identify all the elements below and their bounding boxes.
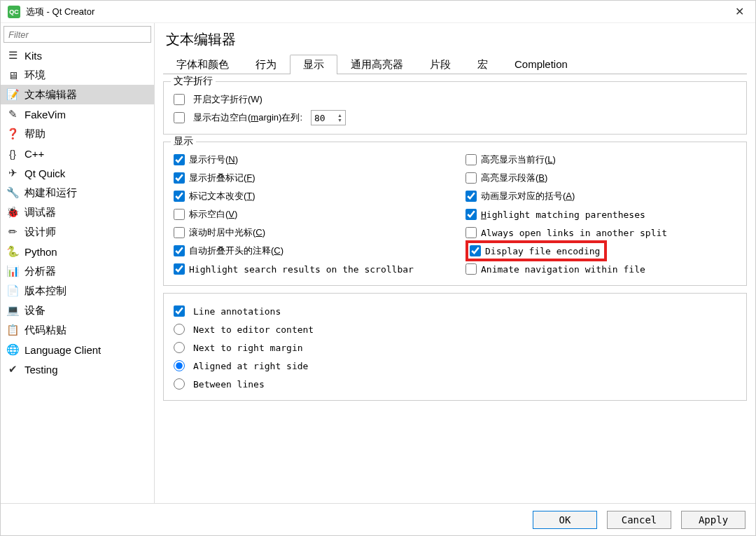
- margin-col-spinbox[interactable]: 80 ▲▼: [311, 110, 346, 125]
- filter-input[interactable]: [4, 26, 151, 43]
- display-checkbox[interactable]: [174, 172, 185, 184]
- options-window: QC 选项 - Qt Creator ✕ ☰Kits🖥环境📝文本编辑器✎Fake…: [0, 0, 756, 536]
- sidebar-item-label: 版本控制: [24, 284, 66, 298]
- sidebar-item-kits[interactable]: ☰Kits: [1, 46, 154, 65]
- display-checkbox[interactable]: [174, 191, 185, 202]
- show-margin-checkbox[interactable]: [174, 112, 185, 123]
- display-checkbox[interactable]: [465, 191, 477, 202]
- design-icon: ✏: [6, 226, 19, 238]
- sidebar-item-python[interactable]: 🐍Python: [1, 242, 154, 261]
- titlebar: QC 选项 - Qt Creator ✕: [1, 1, 755, 23]
- sidebar-item-debug[interactable]: 🐞调试器: [1, 202, 154, 222]
- window-title: 选项 - Qt Creator: [26, 6, 731, 18]
- group-wrap-title: 文字折行: [171, 75, 216, 88]
- sidebar-item-vcs[interactable]: 📄版本控制: [1, 281, 154, 301]
- tab-行为[interactable]: 行为: [242, 55, 290, 74]
- build-icon: 🔧: [6, 186, 19, 199]
- sidebar-item-label: Language Client: [24, 344, 101, 356]
- annotation-radio-between[interactable]: [174, 378, 185, 390]
- main-panel: 文本编辑器 字体和颜色行为显示通用高亮器片段宏Completion 文字折行 开…: [155, 23, 755, 503]
- sidebar-item-device[interactable]: 💻设备: [1, 301, 154, 320]
- sidebar-item-build[interactable]: 🔧构建和运行: [1, 183, 154, 202]
- sidebar-item-label: 设计师: [24, 226, 56, 239]
- sidebar-item-design[interactable]: ✏设计师: [1, 222, 154, 242]
- qtcreator-icon: QC: [8, 6, 20, 18]
- group-display: 显示 显示行号(N)显示折叠标记(F)标记文本改变(T)标示空白(V)滚动时居中…: [163, 142, 747, 286]
- vcs-icon: 📄: [6, 284, 19, 297]
- sidebar-item-label: Qt Quick: [24, 167, 65, 179]
- annotation-radio-label: Next to editor content: [193, 324, 314, 335]
- sidebar-item-help[interactable]: ❓帮助: [1, 124, 154, 144]
- display-checkbox[interactable]: [470, 245, 481, 256]
- dialog-footer: OK Cancel Apply: [1, 503, 755, 535]
- sidebar-item-quick[interactable]: ✈Qt Quick: [1, 163, 154, 183]
- display-checkbox[interactable]: [465, 154, 477, 165]
- display-right-col: 高亮显示当前行(L)高亮显示段落(B)动画显示对应的括号(A)Highlight…: [465, 151, 736, 278]
- display-checkbox-label: Always open links in another split: [481, 228, 667, 238]
- display-checkbox-label: 滚动时居中光标(C): [189, 226, 265, 239]
- debug-icon: 🐞: [6, 206, 19, 219]
- sidebar-item-vim[interactable]: ✎FakeVim: [1, 104, 154, 124]
- display-file-encoding-highlight: Display file encoding: [465, 240, 607, 261]
- sidebar-item-text[interactable]: 📝文本编辑器: [1, 85, 154, 104]
- sidebar-item-analyzer[interactable]: 📊分析器: [1, 261, 154, 281]
- sidebar-item-label: 分析器: [24, 265, 56, 278]
- category-list: ☰Kits🖥环境📝文本编辑器✎FakeVim❓帮助{}C++✈Qt Quick🔧…: [1, 46, 154, 503]
- annotation-radio-label: Aligned at right side: [193, 361, 308, 371]
- sidebar-item-label: 设备: [24, 304, 46, 317]
- display-checkbox-label: 显示折叠标记(F): [189, 172, 255, 184]
- display-checkbox-label: Animate navigation within file: [481, 264, 645, 275]
- apply-button[interactable]: Apply: [681, 511, 746, 529]
- annotation-radio-label: Between lines: [193, 379, 265, 390]
- sidebar-item-label: C++: [24, 148, 44, 160]
- close-icon[interactable]: ✕: [731, 5, 748, 18]
- display-checkbox-label: 动画显示对应的括号(A): [481, 190, 575, 202]
- paste-icon: 📋: [6, 324, 19, 336]
- tab-Completion[interactable]: Completion: [501, 55, 581, 74]
- tab-通用高亮器[interactable]: 通用高亮器: [337, 55, 416, 74]
- spin-arrows-icon[interactable]: ▲▼: [337, 113, 342, 123]
- display-checkbox[interactable]: [174, 227, 185, 238]
- sidebar-item-label: 帮助: [24, 128, 46, 141]
- display-checkbox[interactable]: [465, 172, 477, 184]
- display-checkbox[interactable]: [174, 245, 185, 256]
- line-annotations-checkbox[interactable]: [174, 305, 185, 317]
- sidebar-item-test[interactable]: ✔Testing: [1, 359, 154, 379]
- cancel-button[interactable]: Cancel: [607, 511, 671, 529]
- python-icon: 🐍: [6, 245, 19, 258]
- display-checkbox[interactable]: [174, 209, 185, 220]
- display-checkbox[interactable]: [174, 154, 185, 165]
- sidebar-item-label: 构建和运行: [24, 186, 77, 200]
- ok-button[interactable]: OK: [533, 511, 597, 529]
- annotation-radio-right[interactable]: [174, 360, 185, 371]
- display-checkbox-label: Highlight matching parentheses: [481, 209, 645, 220]
- sidebar-item-label: 调试器: [24, 206, 56, 219]
- sidebar-item-label: Python: [24, 246, 57, 258]
- env-icon: 🖥: [6, 69, 19, 81]
- display-checkbox-label: 显示行号(N): [189, 153, 238, 166]
- display-checkbox-label: 高亮显示段落(B): [481, 172, 547, 184]
- display-checkbox[interactable]: [465, 263, 477, 275]
- tab-字体和颜色[interactable]: 字体和颜色: [163, 55, 242, 74]
- annotation-radio-content[interactable]: [174, 324, 185, 335]
- display-checkbox-label: 自动折叠开头的注释(C): [189, 245, 284, 257]
- enable-wrap-label: 开启文字折行(W): [193, 93, 262, 106]
- page-title: 文本编辑器: [166, 30, 747, 49]
- sidebar-item-env[interactable]: 🖥环境: [1, 65, 154, 85]
- tab-片段[interactable]: 片段: [416, 55, 464, 74]
- enable-wrap-checkbox[interactable]: [174, 94, 185, 105]
- tab-显示[interactable]: 显示: [290, 55, 337, 74]
- display-checkbox[interactable]: [174, 263, 185, 275]
- display-checkbox[interactable]: [465, 227, 477, 238]
- display-checkbox[interactable]: [465, 209, 477, 220]
- display-left-col: 显示行号(N)显示折叠标记(F)标记文本改变(T)标示空白(V)滚动时居中光标(…: [174, 151, 444, 278]
- display-checkbox-label: Display file encoding: [485, 246, 600, 256]
- text-icon: 📝: [6, 88, 19, 101]
- sidebar-item-paste[interactable]: 📋代码粘贴: [1, 320, 154, 340]
- line-annotations-label: Line annotations: [193, 306, 281, 317]
- sidebar-item-cpp[interactable]: {}C++: [1, 144, 154, 163]
- sidebar-item-lang[interactable]: 🌐Language Client: [1, 340, 154, 359]
- tab-宏[interactable]: 宏: [464, 55, 501, 74]
- sidebar-item-label: FakeVim: [24, 109, 66, 121]
- annotation-radio-margin[interactable]: [174, 342, 185, 353]
